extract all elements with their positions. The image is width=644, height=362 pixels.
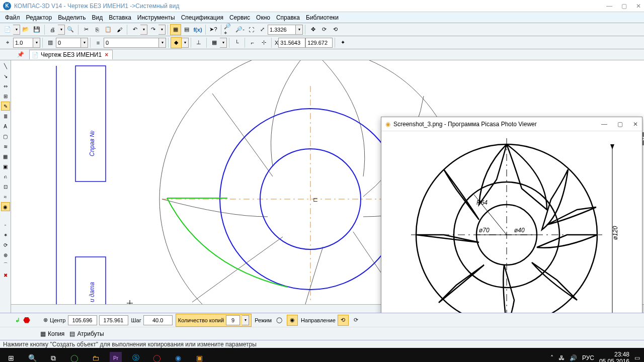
menu-select[interactable]: Выделить <box>55 13 89 22</box>
redo-dd[interactable]: ▾ <box>158 25 166 35</box>
misc-icon[interactable]: ✦ <box>337 37 348 48</box>
sb-edit-icon[interactable]: ✎ <box>1 102 10 111</box>
mode-b-icon[interactable]: ◉ <box>287 315 298 326</box>
opera-icon[interactable]: ◯ <box>150 351 164 362</box>
picasa-max[interactable]: ▢ <box>617 121 623 128</box>
zoom-input[interactable] <box>268 25 296 35</box>
fx-icon[interactable]: f(x) <box>192 24 203 35</box>
zoomwin-icon[interactable]: ⛶ <box>246 24 257 35</box>
tbB-icon[interactable]: ▤ <box>181 24 192 35</box>
tray-notif-icon[interactable]: ▭ <box>634 354 640 361</box>
tray-vol-icon[interactable]: 🔊 <box>570 354 577 361</box>
sb-c1-icon[interactable]: ◦ <box>1 220 10 229</box>
center-x[interactable] <box>68 315 97 325</box>
sb-line-icon[interactable]: ╲ <box>1 61 10 70</box>
start-icon[interactable]: ⊞ <box>4 351 18 362</box>
mode-a-icon[interactable]: ◯ <box>274 315 285 326</box>
copies-dd[interactable]: ▾ <box>242 315 249 325</box>
menu-insert[interactable]: Вставка <box>106 13 134 22</box>
sb-array-icon[interactable]: ◉ <box>1 202 10 211</box>
undo-icon[interactable]: ↶ <box>129 24 140 35</box>
step-input[interactable] <box>13 38 33 48</box>
menu-editor[interactable]: Редактор <box>23 13 55 22</box>
layer-icon[interactable]: ▥ <box>45 37 56 48</box>
sb-tree-icon[interactable]: ⎌ <box>1 172 10 181</box>
open-icon[interactable]: 📂 <box>20 24 31 35</box>
zoom-dd[interactable]: ▾ <box>296 25 303 35</box>
sb-weld-icon[interactable]: ≈ <box>1 192 10 201</box>
taskview-icon[interactable]: ⧉ <box>46 351 60 362</box>
skype-icon[interactable]: Ⓢ <box>129 351 143 362</box>
picasa-min[interactable]: — <box>601 121 607 128</box>
tab-pin-icon[interactable]: 📌 <box>15 49 26 60</box>
layer-input[interactable] <box>56 38 81 48</box>
menu-service[interactable]: Сервис <box>226 13 253 22</box>
cy-input[interactable] <box>305 38 333 48</box>
preview-icon[interactable]: 🔍 <box>65 24 76 35</box>
sb-tol-icon[interactable]: ⊡ <box>1 182 10 191</box>
style-input[interactable] <box>104 38 159 48</box>
sb-a-icon[interactable]: A <box>1 122 10 131</box>
cut-icon[interactable]: ✂ <box>80 24 92 35</box>
rot-icon[interactable]: ⟳ <box>318 24 330 35</box>
tbA-icon[interactable]: ▦ <box>170 24 181 35</box>
sb-c4-icon[interactable]: ⊕ <box>1 250 10 259</box>
explorer-icon[interactable]: 🗀 <box>89 351 103 362</box>
print-dd[interactable]: ▾ <box>58 25 65 35</box>
copies-val[interactable] <box>226 315 240 325</box>
sb-c5-icon[interactable]: ⌒ <box>1 260 10 269</box>
zoomall-icon[interactable]: ⤢ <box>257 24 268 35</box>
menu-tools[interactable]: Инструменты <box>134 13 178 22</box>
layer-dd[interactable]: ▾ <box>81 38 88 48</box>
picasa-titlebar[interactable]: ◉ Screenshot_3.png - Программа Picasa Ph… <box>381 117 642 131</box>
minimize-btn[interactable]: — <box>606 3 612 10</box>
style-dd[interactable]: ▾ <box>159 38 166 48</box>
zoomin-icon[interactable]: 🔎+ <box>223 24 234 35</box>
premiere-icon[interactable]: Pr <box>110 352 122 362</box>
prop-check-icon[interactable]: ↲ <box>15 317 20 324</box>
maximize-btn[interactable]: ▢ <box>621 3 627 10</box>
sb-c3-icon[interactable]: ⟳ <box>1 240 10 249</box>
cx-input[interactable] <box>278 38 305 48</box>
sb-dim-icon[interactable]: ⇔ <box>1 81 10 90</box>
chrome-icon[interactable]: ◯ <box>67 351 82 362</box>
grid-icon[interactable]: ▦ <box>209 37 220 48</box>
subtab-copy[interactable]: ▦ Копия <box>40 330 64 337</box>
sb-block-icon[interactable]: ▣ <box>1 162 10 171</box>
sb-sign-icon[interactable]: ≋ <box>1 142 10 151</box>
brush-icon[interactable]: 🖌 <box>114 24 125 35</box>
menu-file[interactable]: Файл <box>2 13 23 22</box>
picasa-task-icon[interactable]: ▣ <box>192 351 206 362</box>
cursor-icon[interactable]: ➤? <box>208 24 219 35</box>
copy-icon[interactable]: ⎘ <box>92 24 103 35</box>
drawing-canvas[interactable]: Справ № и дата ⊏ <box>11 60 644 313</box>
sb-grid-icon[interactable]: ▦ <box>1 152 10 161</box>
paste-icon[interactable]: 📋 <box>103 24 114 35</box>
dir-ccw-icon[interactable]: ⟲ <box>338 315 349 326</box>
prop-stop-icon[interactable]: ⬣ <box>23 315 30 325</box>
style-icon[interactable]: ≡ <box>93 37 104 48</box>
new-icon[interactable]: 📄 <box>2 24 13 35</box>
pan-icon[interactable]: ✥ <box>307 24 318 35</box>
grid-dd[interactable]: ▾ <box>220 38 227 48</box>
sb-arrow-icon[interactable]: ↘ <box>1 71 10 80</box>
sb-box-icon[interactable]: ▢ <box>1 132 10 141</box>
hatch-dd[interactable]: ▾ <box>182 38 189 48</box>
sb-c6-icon[interactable]: ✖ <box>1 270 10 280</box>
doc-tab-close[interactable]: × <box>105 51 108 58</box>
menu-spec[interactable]: Спецификация <box>178 13 226 22</box>
save-icon[interactable]: 💾 <box>31 24 42 35</box>
dir-cw-icon[interactable]: ⟳ <box>351 315 362 326</box>
sb-param-icon[interactable]: ≣ <box>1 112 10 121</box>
kompas-task-icon[interactable]: ◉ <box>171 351 185 362</box>
round-icon[interactable]: ⌐ <box>247 37 258 48</box>
refresh-icon[interactable]: ⟲ <box>330 24 341 35</box>
hatch-icon[interactable]: ◆ <box>171 37 182 48</box>
ortho-icon[interactable]: └ <box>231 37 243 48</box>
tray-up-icon[interactable]: ˄ <box>550 354 553 361</box>
zoomout-icon[interactable]: 🔎- <box>234 24 246 35</box>
ssA-icon[interactable]: ⊥ <box>193 37 204 48</box>
picasa-close[interactable]: ✕ <box>633 121 638 128</box>
subtab-attrs[interactable]: ▤ Атрибуты <box>69 330 104 337</box>
menu-window[interactable]: Окно <box>253 13 273 22</box>
